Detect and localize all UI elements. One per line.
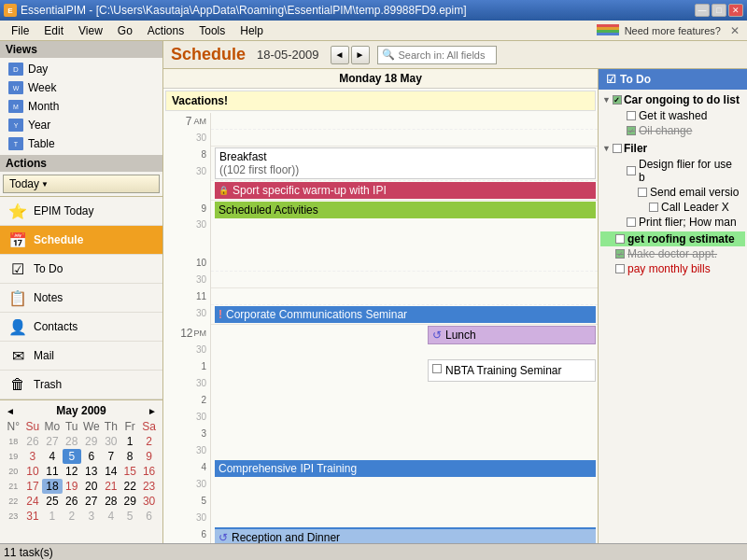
minimize-button[interactable]: — [695, 4, 710, 17]
menu-view[interactable]: View [71, 22, 110, 39]
todo-item-call-leader[interactable]: Call Leader X [634, 200, 745, 215]
sidebar-item-week[interactable]: W Week [2, 78, 161, 97]
cal-day[interactable]: 2 [139, 434, 159, 449]
nav-item-todo[interactable]: ☑ To Do [0, 255, 162, 284]
cal-day[interactable]: 31 [23, 509, 43, 524]
roofing-checkbox[interactable] [615, 234, 625, 244]
cal-day[interactable]: 10 [23, 464, 43, 479]
cal-day[interactable]: 28 [102, 494, 121, 509]
todo-group-car-header[interactable]: ▼ ✓ Car ongoing to do list [600, 91, 745, 108]
cal-day[interactable]: 9 [139, 449, 159, 464]
event-scheduled[interactable]: Scheduled Activities [215, 202, 596, 218]
cal-day[interactable]: 12 [63, 464, 82, 479]
cal-day[interactable]: 30 [102, 434, 121, 449]
menu-tools[interactable]: Tools [191, 22, 233, 39]
cal-day[interactable]: 2 [63, 509, 82, 524]
nav-item-notes[interactable]: 📋 Notes [0, 284, 162, 313]
car-checkbox[interactable]: ✓ [613, 95, 622, 105]
mini-cal-next[interactable]: ► [146, 406, 159, 416]
todo-item-oil-change[interactable]: ✓ Oil change [612, 123, 745, 138]
nav-item-schedule[interactable]: 📅 Schedule [0, 226, 162, 255]
cal-day[interactable]: 4 [102, 509, 121, 524]
cal-day[interactable]: 27 [81, 494, 101, 509]
oil-change-checkbox[interactable]: ✓ [627, 126, 636, 135]
event-breakfast[interactable]: Breakfast((102 first floor)) [215, 147, 596, 179]
cal-day[interactable]: 11 [42, 464, 62, 479]
cal-day[interactable]: 26 [63, 494, 82, 509]
cal-day[interactable]: 3 [81, 509, 101, 524]
sidebar-item-year[interactable]: Y Year [2, 116, 161, 134]
cal-day[interactable]: 13 [81, 464, 101, 479]
todo-item-design[interactable]: Design flier for use b [612, 157, 745, 185]
filer-checkbox[interactable] [613, 144, 622, 153]
cal-day[interactable]: 30 [139, 494, 159, 509]
cal-day[interactable]: 17 [23, 479, 43, 494]
todo-item-print-flier[interactable]: Print flier; How man [612, 215, 745, 230]
cal-day[interactable]: 4 [42, 449, 62, 464]
todo-item-doctor[interactable]: ✓ Make doctor appt. [600, 246, 745, 261]
sidebar-item-day[interactable]: D Day [2, 60, 161, 78]
next-arrow[interactable]: ► [351, 46, 370, 64]
toolbar-nav[interactable]: ◄ ► [331, 46, 370, 64]
cal-day[interactable]: 23 [139, 479, 159, 494]
search-box[interactable]: 🔍 [377, 46, 497, 64]
cal-day[interactable]: 6 [139, 509, 159, 524]
cal-day[interactable]: 22 [120, 479, 139, 494]
cal-day[interactable]: 24 [23, 494, 43, 509]
todo-item-roofing[interactable]: get roofing estimate [600, 231, 745, 246]
cal-day[interactable]: 25 [42, 494, 62, 509]
print-flier-checkbox[interactable] [627, 217, 636, 227]
cal-day[interactable]: 3 [23, 449, 43, 464]
cal-day[interactable]: 8 [120, 449, 139, 464]
menu-actions[interactable]: Actions [140, 22, 191, 39]
cal-day[interactable]: 1 [120, 434, 139, 449]
doctor-checkbox[interactable]: ✓ [615, 249, 625, 259]
mini-cal-prev[interactable]: ◄ [4, 406, 17, 416]
todo-item-get-washed[interactable]: Get it washed [612, 108, 745, 123]
send-email-checkbox[interactable] [638, 188, 647, 197]
event-comprehensive[interactable]: Comprehensive IPI Training [215, 460, 596, 477]
cal-day[interactable]: 15 [120, 464, 139, 479]
today-button[interactable]: Today ▼ [3, 175, 160, 193]
cal-day[interactable]: 28 [63, 434, 82, 449]
cal-day[interactable]: 20 [81, 479, 101, 494]
call-leader-checkbox[interactable] [649, 203, 658, 212]
cal-day[interactable]: 14 [102, 464, 121, 479]
todo-item-bills[interactable]: pay monthly bills [600, 261, 745, 276]
nav-item-contacts[interactable]: 👤 Contacts [0, 313, 162, 342]
sidebar-item-table[interactable]: T Table [2, 134, 161, 153]
cal-day[interactable]: 16 [139, 464, 159, 479]
nav-item-trash[interactable]: 🗑 Trash [0, 371, 162, 399]
event-corporate[interactable]: ! Corporate Communications Seminar [215, 306, 596, 323]
todo-item-send-email[interactable]: Send email versio [623, 185, 745, 200]
sidebar-item-month[interactable]: M Month [2, 97, 161, 116]
nbta-checkbox[interactable] [432, 364, 442, 373]
cal-day[interactable]: 29 [81, 434, 101, 449]
event-lunch[interactable]: ↺ Lunch [428, 326, 596, 344]
search-input[interactable] [399, 49, 492, 61]
maximize-button[interactable]: □ [712, 4, 726, 17]
cal-day[interactable]: 19 [63, 479, 82, 494]
menu-help[interactable]: Help [233, 22, 271, 39]
nav-item-epim-today[interactable]: ⭐ EPIM Today [0, 197, 162, 226]
cal-day-selected[interactable]: 18 [42, 479, 62, 494]
todo-group-filer-header[interactable]: ▼ Filer [600, 140, 745, 157]
cal-day[interactable]: 26 [23, 434, 43, 449]
event-nbta[interactable]: NBTA Training Seminar [428, 359, 596, 382]
titlebar-controls[interactable]: — □ ✕ [695, 4, 743, 17]
need-more-text[interactable]: Need more features? [625, 25, 721, 36]
cal-day[interactable]: 29 [120, 494, 139, 509]
cal-day[interactable]: 7 [102, 449, 121, 464]
prev-arrow[interactable]: ◄ [331, 46, 349, 64]
menu-file[interactable]: File [4, 22, 36, 39]
event-sport[interactable]: 🔒 Sport specific warm-up with IPI [215, 182, 596, 199]
design-checkbox[interactable] [627, 166, 636, 175]
menu-edit[interactable]: Edit [36, 22, 71, 39]
bills-checkbox[interactable] [615, 264, 625, 273]
get-washed-checkbox[interactable] [627, 111, 636, 120]
cal-day[interactable]: 6 [81, 449, 101, 464]
menu-go[interactable]: Go [110, 22, 140, 39]
cal-day[interactable]: 27 [42, 434, 62, 449]
close-button[interactable]: ✕ [728, 4, 743, 17]
nav-item-mail[interactable]: ✉ Mail [0, 342, 162, 371]
